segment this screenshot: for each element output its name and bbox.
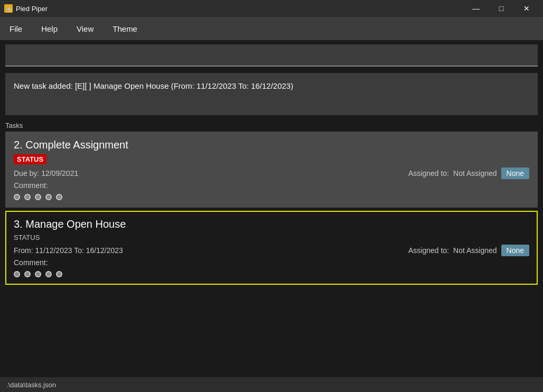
task-1-title: 2. Complete Assignment [14,139,529,151]
tasks-section: Tasks 2. Complete Assignment STATUS Due … [5,117,538,377]
task-2-row: From: 11/12/2023 To: 16/12/2023 Assigned… [14,245,529,256]
title-bar-controls: — □ ✕ [464,0,539,17]
command-input-area [5,44,538,67]
task-1-row: Due by: 12/09/2021 Assigned to: Not Assi… [14,167,529,179]
task-1-assigned-value: Not Assigned [453,169,497,178]
status-path: .\data\tasks.json [6,381,56,389]
task-card-2[interactable]: 3. Manage Open House STATUS From: 11/12/… [5,211,538,285]
task-1-due: Due by: 12/09/2021 [14,169,78,178]
app-icon: 🐀 [4,4,13,13]
menu-theme[interactable]: Theme [108,22,142,35]
task-1-none-button[interactable]: None [501,167,529,179]
task-2-assigned-value: Not Assigned [453,246,497,255]
dot [35,271,41,277]
task-2-dots [14,271,529,277]
title-bar: 🐀 Pied Piper — □ ✕ [0,0,543,17]
task-2-status: STATUS [14,234,529,241]
dot [24,194,31,200]
task-2-none-button[interactable]: None [501,245,529,256]
dot [56,271,62,277]
task-1-comment: Comment: [14,181,529,190]
dot [45,271,52,277]
dot [14,271,20,277]
dot [56,194,62,200]
menu-view[interactable]: View [72,22,98,35]
notification-text: New task added: [E][ ] Manage Open House… [14,81,293,90]
task-2-assigned-label: Assigned to: [408,246,449,255]
menu-file[interactable]: File [5,22,26,35]
tasks-label: Tasks [5,122,538,129]
status-bar: .\data\tasks.json [0,377,543,392]
task-2-due: From: 11/12/2023 To: 16/12/2023 [14,246,123,255]
task-2-title: 3. Manage Open House [14,218,529,230]
dot [14,194,20,200]
notification-area: New task added: [E][ ] Manage Open House… [5,73,538,115]
task-1-status-badge: STATUS [14,154,46,164]
dot [45,194,52,200]
task-card-1[interactable]: 2. Complete Assignment STATUS Due by: 12… [5,132,538,208]
command-input[interactable] [11,48,532,62]
task-1-assigned-label: Assigned to: [408,169,449,178]
dot [35,194,41,200]
task-2-assigned: Assigned to: Not Assigned None [408,245,529,256]
task-1-assigned: Assigned to: Not Assigned None [408,167,529,179]
task-2-comment: Comment: [14,258,529,267]
title-bar-left: 🐀 Pied Piper [4,4,48,13]
minimize-button[interactable]: — [464,0,488,17]
close-button[interactable]: ✕ [514,0,539,17]
menu-bar: File Help View Theme [0,17,543,40]
maximize-button[interactable]: □ [489,0,513,17]
task-1-dots [14,194,529,200]
menu-help[interactable]: Help [37,22,62,35]
app-title: Pied Piper [16,5,48,13]
dot [24,271,31,277]
